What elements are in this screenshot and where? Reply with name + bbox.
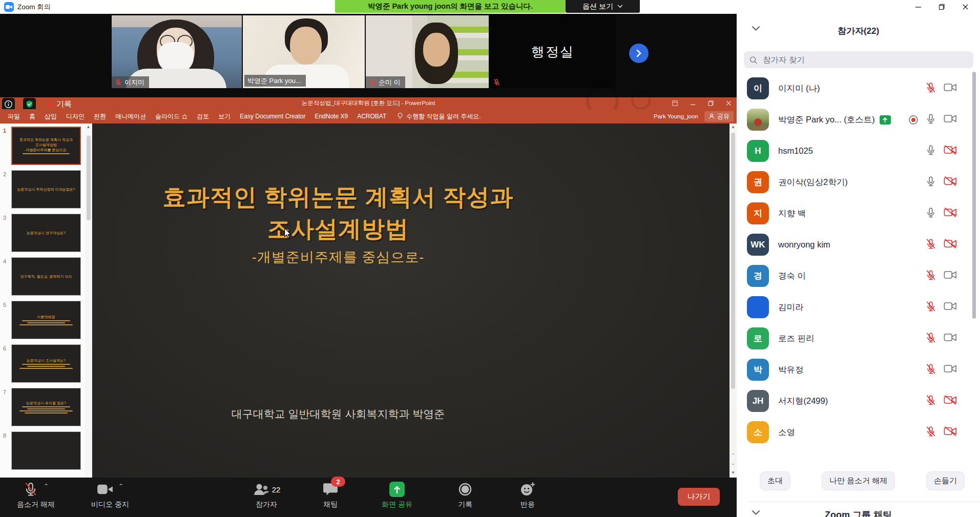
ppt-menu-item[interactable]: 파일 — [3, 112, 25, 121]
camera-off-icon[interactable] — [944, 176, 957, 189]
participant-row[interactable]: 박박유정 — [737, 354, 972, 385]
ppt-account-name[interactable]: Park Young_joon — [654, 113, 698, 119]
slide-thumbnail[interactable]: 7논문작성시 유의할 점은? — [0, 388, 92, 426]
ppt-menu-item[interactable]: 검토 — [192, 112, 214, 121]
next-videos-button[interactable] — [629, 44, 649, 63]
ppt-tell-me[interactable]: 수행할 작업을 알려 주세요. — [397, 112, 481, 121]
thumbnail-scrollbar[interactable]: ▲ — [85, 123, 92, 478]
participants-button[interactable]: 22 참가자 — [241, 481, 292, 509]
participant-row[interactable]: 로로즈 핀리 — [737, 323, 972, 354]
reactions-button[interactable]: 반응 — [502, 481, 553, 509]
camera-off-icon[interactable] — [944, 144, 957, 157]
video-tile-2-active-speaker[interactable]: 박영준 Park you... — [243, 15, 365, 88]
ppt-restore-button[interactable] — [708, 100, 714, 106]
mic-off-icon[interactable] — [925, 238, 936, 252]
ppt-share-button[interactable]: 공유 — [704, 111, 734, 122]
camera-on-icon[interactable] — [944, 113, 957, 126]
video-tile-3[interactable]: 순미 이 — [366, 15, 489, 88]
stop-video-button[interactable]: ⌃ 비디오 중지 — [77, 481, 143, 509]
view-options-button[interactable]: 옵션 보기 — [566, 0, 640, 13]
mic-options-chevron[interactable]: ⌃ — [44, 483, 49, 490]
scrollbar-thumb[interactable] — [731, 133, 735, 389]
camera-on-icon[interactable] — [944, 270, 957, 282]
scroll-down-icon[interactable]: ▼ — [729, 469, 737, 477]
slide-scrollbar[interactable]: ▲ ⌃ ⌄ ▼ — [729, 123, 737, 478]
scroll-up-icon[interactable]: ▲ — [729, 123, 737, 131]
mic-off-icon[interactable] — [925, 363, 936, 377]
ppt-menu-item[interactable]: 삽입 — [40, 112, 61, 121]
minimize-button[interactable] — [906, 0, 930, 14]
camera-off-icon[interactable] — [944, 207, 957, 220]
participant-search-input[interactable] — [762, 55, 968, 65]
participant-row[interactable]: Hhsm1025 — [737, 135, 972, 167]
ppt-menu-item[interactable]: 슬라이드 쇼 — [151, 112, 192, 121]
video-tile-1[interactable]: 이지미 — [112, 15, 242, 88]
previous-slide-icon[interactable]: ⌃ — [729, 452, 737, 459]
camera-on-icon[interactable] — [944, 363, 957, 376]
scrollbar-thumb[interactable] — [87, 136, 91, 220]
panel-footer-button[interactable]: 초대 — [760, 471, 790, 490]
unmute-button[interactable]: ⌃ 음소거 해제 — [5, 481, 67, 509]
ppt-menu-item[interactable]: 보기 — [214, 112, 235, 121]
participant-search-box[interactable] — [744, 51, 973, 68]
leave-meeting-button[interactable]: 나가기 — [678, 488, 720, 506]
participant-row[interactable]: WKwonryong kim — [737, 229, 972, 260]
ppt-menu-item[interactable]: 디자인 — [61, 112, 89, 121]
slide-thumbnail[interactable]: 2논문작성시 주제선정에 어려운점은? — [0, 170, 92, 209]
participant-row[interactable]: 소소영 — [737, 417, 972, 448]
panel-footer-button[interactable]: 손들기 — [926, 471, 965, 490]
participant-row[interactable]: 지지향 백 — [737, 198, 972, 229]
slide-thumbnail-image[interactable]: 논문작성시 조사설계는? — [11, 344, 81, 383]
participant-row[interactable]: 이이지미 (나) — [737, 73, 972, 104]
slide-thumbnail-image[interactable]: 이론적배경 — [11, 301, 81, 339]
slide-thumbnail[interactable]: 8 — [0, 431, 92, 470]
video-options-chevron[interactable]: ⌃ — [118, 483, 123, 490]
panel-scrollbar[interactable] — [972, 72, 976, 319]
mic-on-icon[interactable] — [925, 207, 936, 220]
camera-off-icon[interactable] — [944, 395, 957, 407]
mic-on-icon[interactable] — [925, 144, 936, 158]
ppt-menu-item[interactable]: 홈 — [25, 112, 40, 121]
maximize-button[interactable] — [930, 0, 953, 14]
participant-row[interactable]: 경경숙 이 — [737, 260, 972, 292]
slide-thumbnail-image[interactable]: 논문작성시 유의할 점은? — [11, 388, 81, 426]
ppt-menu-item[interactable]: Easy Document Creator — [235, 113, 310, 120]
camera-on-icon[interactable] — [944, 301, 957, 314]
mic-on-icon[interactable] — [925, 176, 936, 189]
participant-row[interactable]: JH서지형(2499) — [737, 385, 972, 417]
slide-thumbnail[interactable]: 3논문작성시 연구대상은? — [0, 214, 92, 252]
slide-thumbnail-image[interactable]: 연구목적, 필요성, 문제제기 의의 — [11, 257, 81, 296]
chat-button[interactable]: 2 채팅 — [305, 481, 356, 509]
participant-row[interactable]: 권권이삭(임상2학기) — [737, 167, 972, 198]
ppt-menu-item[interactable]: 전환 — [89, 112, 111, 121]
slide-thumbnail-image[interactable]: 논문작성시 연구대상은? — [11, 214, 81, 252]
slide-thumbnail[interactable]: 1효과적인 학위논문 계획서 작성과조사설계방법-개별준비주제를 중심으로- — [0, 127, 92, 165]
mic-off-icon[interactable] — [925, 82, 936, 95]
participant-row[interactable]: 박영준 Park yo... (호스트) — [737, 104, 972, 135]
slide-thumbnail-image[interactable]: 논문작성시 주제선정에 어려운점은? — [11, 170, 81, 209]
ppt-close-button[interactable] — [726, 100, 732, 106]
ppt-ribbon-options-button[interactable] — [672, 100, 678, 106]
ppt-minimize-button[interactable] — [690, 100, 696, 106]
ppt-menu-item[interactable]: 애니메이션 — [111, 112, 151, 121]
camera-on-icon[interactable] — [944, 82, 957, 95]
scroll-up-icon[interactable]: ▲ — [85, 123, 92, 131]
next-slide-icon[interactable]: ⌄ — [729, 460, 737, 467]
camera-on-icon[interactable] — [944, 332, 957, 345]
slide-thumbnail[interactable]: 6논문작성시 조사설계는? — [0, 344, 92, 383]
mic-off-icon[interactable] — [925, 301, 936, 314]
mic-off-icon[interactable] — [925, 395, 936, 408]
record-button[interactable]: 기록 — [440, 481, 491, 509]
camera-off-icon[interactable] — [944, 426, 957, 439]
mic-off-icon[interactable] — [925, 332, 936, 345]
panel-footer-button[interactable]: 나만 음소거 해제 — [822, 471, 895, 490]
close-button[interactable] — [953, 0, 977, 14]
mic-off-icon[interactable] — [925, 426, 936, 439]
slide-thumbnail[interactable]: 4연구목적, 필요성, 문제제기 의의 — [0, 257, 92, 296]
mic-on-icon[interactable] — [925, 113, 936, 127]
ppt-menu-item[interactable]: ACROBAT — [352, 113, 391, 120]
slide-thumbnail-image[interactable] — [11, 431, 81, 470]
participant-row[interactable]: 김미라 — [737, 292, 972, 323]
mic-off-icon[interactable] — [925, 270, 936, 283]
share-screen-button[interactable]: 화면 공유 — [369, 481, 425, 509]
